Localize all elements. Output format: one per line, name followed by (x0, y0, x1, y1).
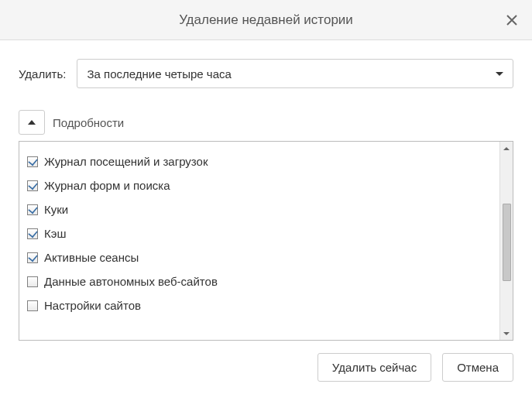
chevron-up-icon (28, 120, 36, 125)
checkbox[interactable] (27, 180, 38, 191)
dialog-content: Удалить: За последние четыре часа Подроб… (0, 40, 532, 408)
cancel-button[interactable]: Отмена (442, 353, 513, 382)
list-item[interactable]: Данные автономных веб-сайтов (24, 269, 495, 293)
details-list: Журнал посещений и загрузокЖурнал форм и… (19, 142, 499, 340)
checkbox[interactable] (27, 204, 38, 215)
clear-history-dialog: Удаление недавней истории Удалить: За по… (0, 0, 532, 408)
list-item[interactable]: Кэш (24, 221, 495, 245)
timerange-row: Удалить: За последние четыре часа (19, 59, 513, 88)
list-item[interactable]: Журнал посещений и загрузок (24, 149, 495, 173)
button-row: Удалить сейчас Отмена (19, 353, 513, 382)
dialog-title: Удаление недавней истории (179, 12, 353, 28)
chevron-down-icon (496, 72, 503, 76)
scrollbar[interactable] (499, 142, 513, 340)
details-label: Подробности (53, 116, 124, 129)
details-toggle-row: Подробности (19, 110, 513, 135)
checkbox[interactable] (27, 228, 38, 239)
list-item[interactable]: Журнал форм и поиска (24, 173, 495, 197)
list-item-label: Активные сеансы (44, 251, 139, 264)
list-item[interactable]: Настройки сайтов (24, 293, 495, 317)
list-item-label: Куки (44, 203, 68, 216)
clear-now-button[interactable]: Удалить сейчас (317, 353, 431, 382)
scroll-down-icon[interactable] (500, 327, 513, 340)
list-item[interactable]: Активные сеансы (24, 245, 495, 269)
scroll-thumb[interactable] (503, 204, 511, 281)
list-item-label: Настройки сайтов (44, 299, 141, 312)
scroll-up-icon[interactable] (500, 142, 513, 155)
checkbox[interactable] (27, 300, 38, 311)
timerange-dropdown[interactable]: За последние четыре часа (77, 59, 513, 88)
list-item[interactable]: Куки (24, 197, 495, 221)
details-toggle-button[interactable] (19, 110, 45, 135)
timerange-selected: За последние четыре часа (87, 67, 231, 81)
close-icon[interactable] (503, 11, 521, 29)
checkbox[interactable] (27, 252, 38, 263)
list-item-label: Журнал посещений и загрузок (44, 155, 208, 168)
checkbox[interactable] (27, 276, 38, 287)
list-item-label: Журнал форм и поиска (44, 179, 170, 192)
timerange-label: Удалить: (19, 67, 66, 81)
list-item-label: Данные автономных веб-сайтов (44, 275, 218, 288)
details-listbox: Журнал посещений и загрузокЖурнал форм и… (19, 141, 513, 341)
checkbox[interactable] (27, 156, 38, 167)
list-item-label: Кэш (44, 227, 66, 240)
titlebar: Удаление недавней истории (0, 0, 532, 40)
